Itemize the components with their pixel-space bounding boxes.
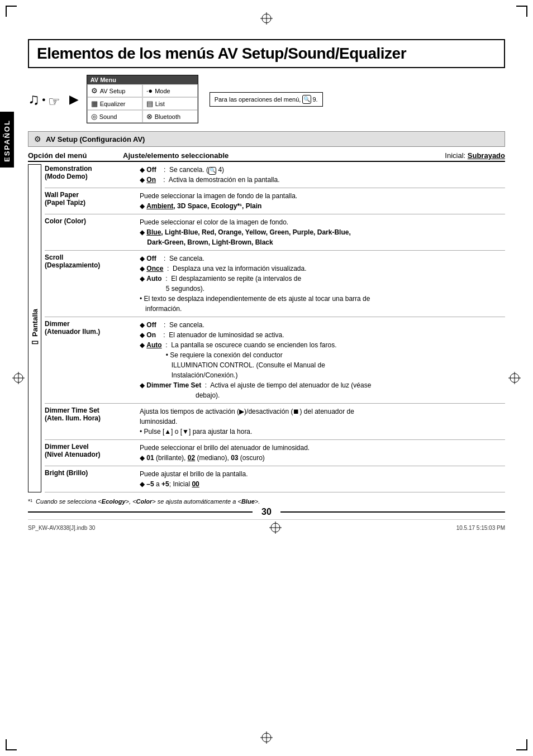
gear-icon: ⚙	[91, 87, 98, 95]
av-menu-label-list: List	[155, 101, 165, 107]
page-number: 30	[253, 507, 280, 517]
row-content-dimmer-level: Puede seleccionar el brillo del atenuado…	[140, 443, 505, 463]
table-row: Color (Color) Puede seleccionar el color…	[45, 214, 505, 251]
footnote-text: Cuando se selecciona <Ecology>, <Color> …	[36, 498, 260, 505]
row-option-dimmer-level: Dimmer Level (Nivel Atenuador)	[45, 443, 140, 463]
reg-mark-bottom-center	[269, 521, 282, 534]
row-option-dimmer-time: Dimmer Time Set (Aten. Ilum. Hora)	[45, 406, 140, 437]
col-header-option: Opción del menú	[28, 151, 123, 160]
language-label: ESPAÑOL	[0, 112, 14, 168]
page-title: Elementos de los menús AV Setup/Sound/Eq…	[37, 45, 496, 63]
av-menu-item-bluetooth: ⊗ Bluetooth	[142, 110, 198, 123]
av-menu-item-mode: ·● Mode	[142, 84, 198, 97]
equalizer-icon: ▦	[91, 99, 98, 108]
av-menu-item-list: ▤ List	[142, 97, 198, 110]
table-row: Dimmer Level (Nivel Atenuador) Puede sel…	[45, 440, 505, 466]
col-header-initial: Inicial: Subrayado	[445, 151, 505, 160]
music-note-icon: ♫	[28, 90, 40, 108]
para-operations-box: Para las operaciones del menú, 🔍 9.	[210, 92, 323, 107]
av-menu-area: ♫ ● ☞ ▶ AV Menu ⚙ AV Setup ·● Mode ▦ Equ…	[28, 75, 505, 123]
row-content-scroll: ◆ Off : Se cancela. ◆ Once : Desplaza un…	[140, 253, 505, 314]
row-option-color: Color (Color)	[45, 217, 140, 247]
row-option-demonstration: Demonstration (Modo Demo)	[45, 165, 140, 185]
content-area: Opción del menú Ajuste/elemento seleccio…	[28, 149, 505, 492]
table-row: Dimmer (Atenuador Ilum.) ◆ Off : Se canc…	[45, 317, 505, 404]
bottom-right-text: 10.5.17 5:15:03 PM	[456, 525, 505, 531]
page-number-area: 30	[28, 507, 505, 517]
section-header: ⚙ AV Setup (Configuración AV)	[28, 131, 505, 147]
row-option-scroll: Scroll (Desplazamiento)	[45, 253, 140, 314]
footnote-marker: *¹	[28, 498, 32, 505]
av-menu-item-avsetup: ⚙ AV Setup	[87, 84, 142, 97]
arrow-right-icon: ▶	[69, 93, 78, 106]
av-menu-label-avsetup: AV Setup	[100, 88, 126, 94]
av-menu-label-mode: Mode	[155, 88, 170, 94]
av-menu-label-equalizer: Equalizer	[100, 101, 126, 107]
row-content-dimmer-time: Ajusta los tiempos de activación (▶)/des…	[140, 406, 505, 437]
pantalla-section: ▭ Pantalla Demonstration (Modo Demo) ◆ O…	[28, 162, 505, 492]
footnote: *¹ Cuando se selecciona <Ecology>, <Colo…	[28, 498, 505, 505]
table-row: Wall Paper (Papel Tapiz) Puede seleccion…	[45, 188, 505, 214]
mode-icon: ·●	[146, 87, 153, 95]
para-ref: 9.	[312, 96, 317, 103]
bluetooth-icon: ⊗	[146, 112, 153, 121]
hand-icon: ☞	[48, 94, 60, 109]
av-menu-item-equalizer: ▦ Equalizer	[87, 97, 142, 110]
table-rows: Demonstration (Modo Demo) ◆ Off : Se can…	[45, 162, 505, 492]
page-line-left	[28, 511, 253, 513]
av-menu-grid: ⚙ AV Setup ·● Mode ▦ Equalizer ▤ List ◎	[87, 84, 198, 123]
av-menu-title: AV Menu	[87, 75, 198, 84]
list-icon: ▤	[146, 99, 153, 108]
para-text: Para las operaciones del menú,	[215, 95, 301, 102]
bottom-bar: SP_KW-AVX838[J].indb 30 10.5.17 5:15:03 …	[28, 519, 505, 534]
col-header-adjust: Ajuste/elemento seleccionable	[123, 151, 445, 160]
av-menu-label-sound: Sound	[99, 113, 117, 120]
table-row: Scroll (Desplazamiento) ◆ Off : Se cance…	[45, 251, 505, 317]
page-title-block: Elementos de los menús AV Setup/Sound/Eq…	[28, 39, 505, 68]
row-content-dimmer: ◆ Off : Se cancela. ◆ On : El atenuador …	[140, 320, 505, 400]
row-option-bright: Bright (Brillo)	[45, 469, 140, 489]
row-content-wallpaper: Puede seleccionar la imagen de fondo de …	[140, 191, 505, 211]
av-menu-item-sound: ◎ Sound	[87, 110, 142, 123]
table-row: Dimmer Time Set (Aten. Ilum. Hora) Ajust…	[45, 404, 505, 440]
row-option-wallpaper: Wall Paper (Papel Tapiz)	[45, 191, 140, 211]
row-content-demonstration: ◆ Off : Se cancela. (🔍 4) ◆ On : Activa …	[140, 165, 505, 185]
sound-icon: ◎	[91, 112, 97, 121]
av-menu-box: AV Menu ⚙ AV Setup ·● Mode ▦ Equalizer ▤…	[87, 75, 198, 123]
bottom-left-text: SP_KW-AVX838[J].indb 30	[28, 525, 95, 531]
page-line-right	[280, 511, 505, 513]
search-icon: 🔍	[302, 95, 311, 104]
row-option-dimmer: Dimmer (Atenuador Ilum.)	[45, 320, 140, 400]
table-row: Demonstration (Modo Demo) ◆ Off : Se can…	[45, 162, 505, 188]
table-row: Bright (Brillo) Puede ajustar el brillo …	[45, 466, 505, 492]
section-header-text: AV Setup (Configuración AV)	[46, 135, 145, 143]
av-menu-label-bluetooth: Bluetooth	[155, 113, 180, 120]
pantalla-label: ▭ Pantalla	[28, 164, 41, 492]
music-icon-area: ♫ ● ☞	[28, 90, 60, 108]
column-headers: Opción del menú Ajuste/elemento seleccio…	[28, 149, 505, 162]
monitor-icon: ▭	[30, 339, 39, 348]
row-content-bright: Puede ajustar el brillo de la pantalla. …	[140, 469, 505, 489]
section-gear-icon: ⚙	[34, 135, 41, 143]
row-content-color: Puede seleccionar el color de la imagen …	[140, 217, 505, 247]
